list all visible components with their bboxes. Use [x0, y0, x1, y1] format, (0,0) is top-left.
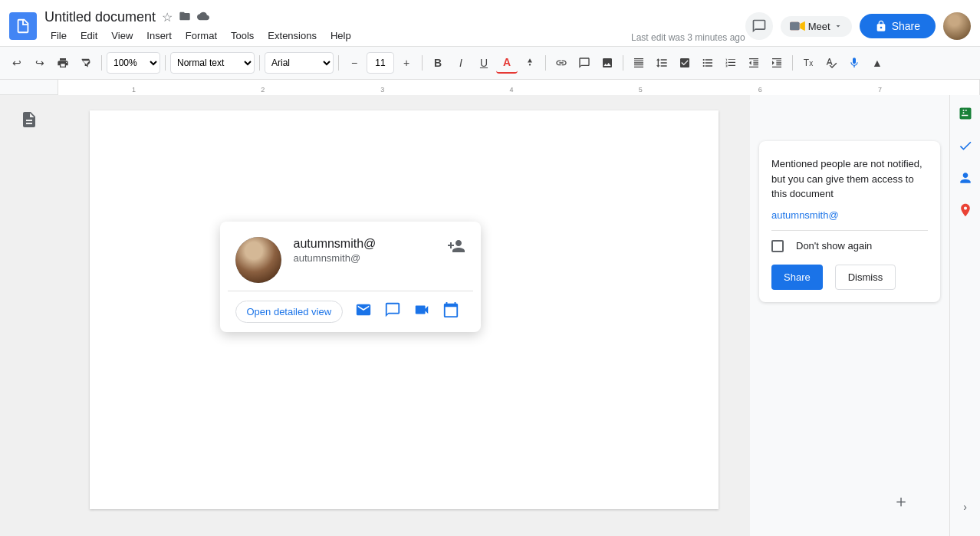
last-edit: Last edit was 3 minutes ago	[631, 32, 745, 46]
highlight-button[interactable]	[519, 52, 541, 74]
page-view-icon[interactable]	[20, 110, 38, 133]
image-button[interactable]	[597, 52, 618, 74]
dont-show-label: Don't show again	[796, 240, 872, 252]
mail-icon[interactable]	[355, 301, 372, 322]
ruler-area: 1 2 3 4 5 6 7	[0, 80, 980, 95]
popup-name: autumnsmith@	[294, 237, 435, 251]
main-area: autumnsmith@ autumnsmith@ autumnsmith@	[0, 95, 980, 536]
profile-popup: autumnsmith@ autumnsmith@ Open detailed …	[220, 222, 481, 332]
comment-button[interactable]	[745, 12, 773, 40]
menu-extensions[interactable]: Extensions	[261, 28, 323, 43]
align-button[interactable]	[628, 52, 649, 74]
notification-text: Mentioned people are not notified, but y…	[771, 156, 928, 202]
numbered-list-button[interactable]	[720, 52, 742, 74]
contacts-sidebar-icon[interactable]	[955, 167, 976, 189]
chat-icon[interactable]	[384, 301, 401, 322]
divider-6	[545, 55, 546, 71]
folder-icon[interactable]	[179, 10, 191, 25]
share-label: Share	[892, 20, 920, 32]
popup-info: autumnsmith@ autumnsmith@	[294, 237, 435, 264]
menu-tools[interactable]: Tools	[225, 28, 260, 43]
menu-bar: File Edit View Insert Format Tools Exten…	[44, 28, 625, 43]
sheets-sidebar-icon[interactable]	[955, 103, 976, 124]
divider-4	[338, 55, 339, 71]
underline-button[interactable]: U	[473, 52, 495, 74]
menu-format[interactable]: Format	[179, 28, 223, 43]
increase-indent-button[interactable]	[766, 52, 788, 74]
divider-7	[623, 55, 623, 71]
meet-label: Meet	[808, 21, 830, 32]
popup-header: autumnsmith@ autumnsmith@	[220, 222, 481, 291]
menu-edit[interactable]: Edit	[74, 28, 104, 43]
dont-show-row: Don't show again	[771, 240, 928, 252]
header-right: Meet Share	[745, 12, 971, 40]
menu-insert[interactable]: Insert	[140, 28, 178, 43]
calendar-icon[interactable]	[442, 301, 459, 322]
dont-show-checkbox[interactable]	[771, 240, 784, 252]
menu-file[interactable]: File	[44, 28, 73, 43]
font-size-decrease[interactable]: −	[344, 52, 365, 74]
avatar[interactable]	[943, 12, 971, 40]
clear-format-button[interactable]: Tx	[797, 52, 819, 74]
link-button[interactable]	[551, 52, 572, 74]
font-size-increase[interactable]: +	[396, 52, 417, 74]
notification-dismiss-button[interactable]: Dismiss	[835, 265, 896, 290]
undo-button[interactable]: ↩	[6, 52, 28, 74]
italic-button[interactable]: I	[450, 52, 472, 74]
spell-check-button[interactable]	[821, 52, 842, 74]
menu-view[interactable]: View	[105, 28, 139, 43]
decrease-indent-button[interactable]	[743, 52, 765, 74]
document-area[interactable]: autumnsmith@ autumnsmith@ autumnsmith@	[58, 95, 750, 536]
cloud-icon	[197, 10, 209, 25]
divider-1	[101, 55, 102, 71]
toolbar: ↩ ↪ 100% 75% 125% 150% Normal text Headi…	[0, 46, 980, 80]
popup-avatar	[235, 237, 281, 283]
left-sidebar	[0, 95, 58, 536]
popup-actions: Open detailed view	[220, 291, 481, 332]
add-contact-button[interactable]	[447, 237, 465, 260]
document-page[interactable]: autumnsmith@ autumnsmith@ autumnsmith@	[90, 110, 719, 509]
redo-button[interactable]: ↪	[29, 52, 51, 74]
svg-rect-2	[790, 22, 799, 31]
menu-help[interactable]: Help	[324, 28, 357, 43]
font-size-group: − +	[344, 52, 417, 74]
zoom-select[interactable]: 100% 75% 125% 150%	[107, 52, 160, 74]
divider-3	[259, 55, 260, 71]
notification-link[interactable]: autumnsmith@	[771, 209, 928, 221]
line-spacing-button[interactable]	[651, 52, 673, 74]
popup-email: autumnsmith@	[294, 252, 435, 264]
doc-title[interactable]: Untitled document	[44, 9, 156, 25]
right-panel: Mentioned people are not notified, but y…	[750, 95, 949, 536]
open-detail-view-button[interactable]: Open detailed view	[235, 301, 344, 323]
voice-button[interactable]	[844, 52, 865, 74]
notification-buttons: Share Dismiss	[771, 265, 928, 290]
paintformat-button[interactable]	[75, 52, 97, 74]
divider-8	[792, 55, 793, 71]
popup-avatar-image	[235, 237, 281, 283]
meet-button[interactable]: Meet	[781, 16, 852, 37]
text-color-button[interactable]: A	[496, 52, 518, 74]
print-button[interactable]	[52, 52, 74, 74]
share-button[interactable]: Share	[860, 14, 936, 38]
checklist-button[interactable]	[674, 52, 696, 74]
expand-sidebar-icon[interactable]: ›	[963, 501, 967, 513]
star-icon[interactable]: ☆	[162, 10, 173, 25]
svg-marker-3	[800, 21, 805, 31]
title-section: Untitled document ☆ File Edit View Inser…	[44, 9, 625, 43]
font-select[interactable]: Arial Times New Roman Courier New	[265, 52, 334, 74]
notification-divider	[771, 230, 928, 231]
bullet-list-button[interactable]	[697, 52, 719, 74]
font-size-input[interactable]	[367, 52, 394, 74]
style-select[interactable]: Normal text Heading 1 Heading 2 Title	[170, 52, 255, 74]
divider-5	[422, 55, 423, 71]
video-call-icon[interactable]	[413, 301, 430, 322]
maps-sidebar-icon[interactable]	[955, 199, 976, 221]
collapse-toolbar-button[interactable]: ▲	[867, 52, 888, 74]
right-sidebar: ›	[949, 95, 980, 536]
tasks-sidebar-icon[interactable]	[955, 135, 976, 156]
add-button[interactable]: ＋	[893, 490, 909, 513]
divider-2	[165, 55, 166, 71]
comment-toolbar-button[interactable]	[574, 52, 595, 74]
notification-share-button[interactable]: Share	[771, 265, 823, 290]
bold-button[interactable]: B	[427, 52, 449, 74]
